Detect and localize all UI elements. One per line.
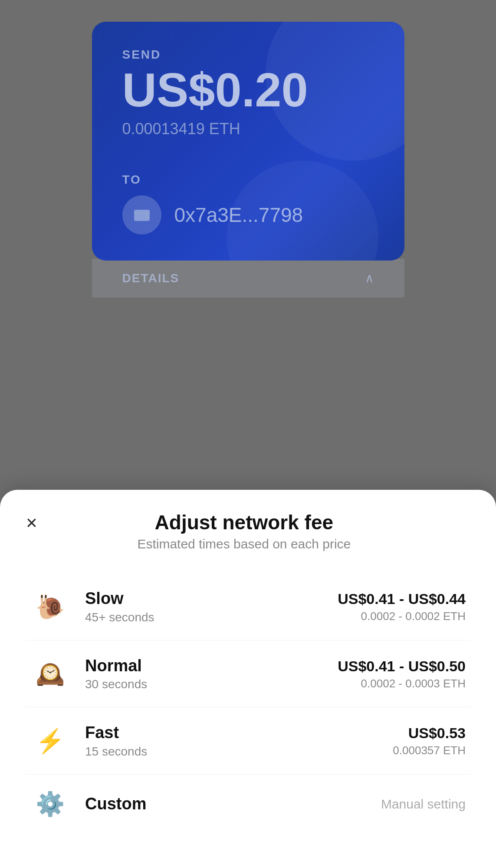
normal-name: Normal [85, 656, 338, 676]
fast-info: Fast 15 seconds [85, 723, 393, 759]
fee-option-custom[interactable]: ⚙️ Custom Manual setting [26, 775, 470, 833]
fee-option-normal[interactable]: 🕰️ Normal 30 seconds US$0.41 - US$0.50 0… [26, 640, 470, 708]
wallet-icon [132, 205, 151, 224]
details-label: DETAILS [122, 271, 180, 285]
recipient-address: 0x7a3E...7798 [174, 203, 303, 227]
chevron-up-icon: ∧ [365, 271, 374, 285]
send-amount-usd: US$0.20 [122, 66, 374, 114]
slow-cost-eth: 0.0002 - 0.0002 ETH [338, 610, 466, 623]
fast-name: Fast [85, 723, 393, 743]
custom-manual: Manual setting [381, 797, 466, 812]
details-bar[interactable]: DETAILS ∧ [92, 259, 404, 297]
normal-icon: 🕰️ [30, 660, 69, 687]
sheet-header: × Adjust network fee Estimated times bas… [26, 512, 470, 552]
fee-option-fast[interactable]: ⚡ Fast 15 seconds US$0.53 0.000357 ETH [26, 707, 470, 775]
send-amount-eth: 0.00013419 ETH [122, 120, 374, 138]
sheet-subtitle: Estimated times based on each price [55, 537, 434, 551]
slow-cost-usd: US$0.41 - US$0.44 [338, 590, 466, 608]
custom-cost: Manual setting [381, 797, 466, 812]
normal-time: 30 seconds [85, 677, 338, 691]
normal-cost-usd: US$0.41 - US$0.50 [338, 657, 466, 675]
fast-cost-eth: 0.000357 ETH [393, 744, 466, 757]
slow-time: 45+ seconds [85, 611, 338, 624]
bottom-sheet: × Adjust network fee Estimated times bas… [0, 490, 496, 868]
send-label: SEND [122, 48, 374, 62]
slow-icon: 🐌 [30, 593, 69, 620]
fast-time: 15 seconds [85, 745, 393, 759]
sheet-title: Adjust network fee [55, 512, 434, 534]
custom-name: Custom [85, 794, 381, 814]
custom-icon: ⚙️ [30, 790, 69, 818]
svg-rect-1 [134, 212, 150, 214]
fee-options-list: 🐌 Slow 45+ seconds US$0.41 - US$0.44 0.0… [26, 573, 470, 833]
slow-info: Slow 45+ seconds [85, 589, 338, 624]
slow-name: Slow [85, 589, 338, 609]
send-card: SEND US$0.20 0.00013419 ETH TO 0x7a3E...… [92, 22, 404, 261]
recipient-row: 0x7a3E...7798 [122, 195, 374, 234]
close-button[interactable]: × [26, 513, 37, 532]
to-label: TO [122, 173, 374, 187]
fee-option-slow[interactable]: 🐌 Slow 45+ seconds US$0.41 - US$0.44 0.0… [26, 573, 470, 640]
fast-cost: US$0.53 0.000357 ETH [393, 724, 466, 757]
normal-cost: US$0.41 - US$0.50 0.0002 - 0.0003 ETH [338, 657, 466, 690]
slow-cost: US$0.41 - US$0.44 0.0002 - 0.0002 ETH [338, 590, 466, 623]
fast-icon: ⚡ [30, 727, 69, 755]
svg-point-2 [145, 215, 148, 218]
fast-cost-usd: US$0.53 [393, 724, 466, 742]
normal-cost-eth: 0.0002 - 0.0003 ETH [338, 677, 466, 690]
sheet-title-block: Adjust network fee Estimated times based… [55, 512, 470, 552]
custom-info: Custom [85, 794, 381, 814]
normal-info: Normal 30 seconds [85, 656, 338, 692]
wallet-icon-circle [122, 195, 161, 234]
